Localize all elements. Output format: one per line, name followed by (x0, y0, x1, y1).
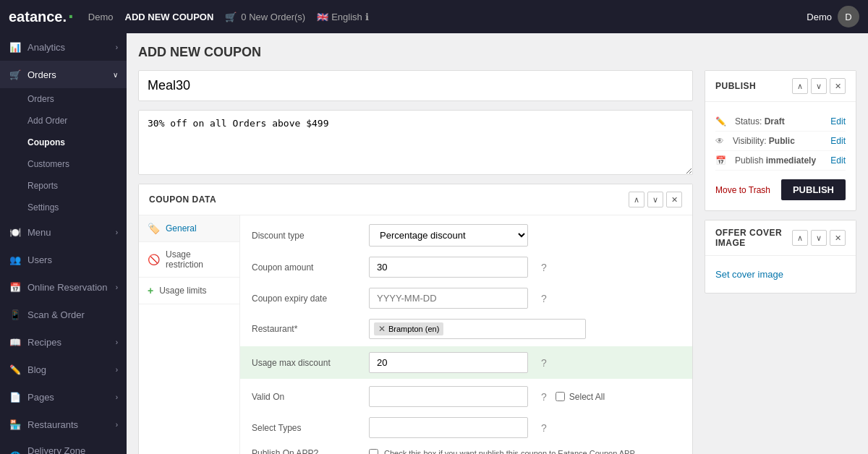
avatar[interactable]: D (838, 6, 859, 27)
sidebar-sub-settings[interactable]: Settings (0, 197, 127, 218)
topnav-user: Demo D (807, 6, 859, 27)
topnav-cart[interactable]: 🛒 0 New Order(s) (225, 12, 305, 22)
remove-tag-button[interactable]: ✕ (378, 324, 386, 334)
restaurant-tag-input[interactable]: ✕ Brampton (en) (369, 319, 586, 339)
publish-time-edit-link[interactable]: Edit (830, 155, 846, 166)
valid-on-help[interactable]: ? (541, 391, 547, 403)
sidebar-item-pages[interactable]: 📄 Pages › (0, 383, 127, 411)
topnav-add-coupon[interactable]: ADD NEW COUPON (125, 12, 214, 22)
publish-status-row: ✏️ Status: Draft Edit (715, 112, 846, 132)
sidebar-item-recipes[interactable]: 📖 Recipes › (0, 328, 127, 356)
sidebar-item-delivery-zone[interactable]: 🌐 Delivery Zone Manager > (0, 438, 127, 454)
publish-visibility-row: 👁 Visibility: Public Edit (715, 132, 846, 151)
sidebar-item-scan-order[interactable]: 📱 Scan & Order (0, 301, 127, 328)
visibility-icon: 👁 (715, 136, 724, 146)
sidebar-item-restaurants[interactable]: 🏪 Restaurants › (0, 411, 127, 438)
field-usage-max: Usage max discount ? (240, 346, 692, 379)
close-button[interactable]: ✕ (666, 192, 682, 207)
blog-icon: ✏️ (9, 363, 22, 376)
offer-cover-close[interactable]: ✕ (830, 230, 846, 246)
usage-max-input[interactable] (369, 352, 528, 373)
field-restaurant: Restaurant* ✕ Brampton (en) (252, 319, 681, 339)
scan-icon: 📱 (9, 308, 22, 321)
publish-controls: ∧ ∨ ✕ (792, 78, 846, 94)
coupon-expiry-input[interactable] (369, 288, 528, 309)
sidebar-item-menu[interactable]: 🍽️ Menu › (0, 218, 127, 246)
publish-button[interactable]: PUBLISH (781, 179, 846, 200)
coupon-amount-help[interactable]: ? (541, 262, 547, 273)
publish-actions: Move to Trash PUBLISH (715, 179, 846, 200)
select-all-wrap: Select All (556, 392, 605, 402)
calendar-icon: 📅 (715, 155, 726, 166)
field-coupon-amount: Coupon amount ? (252, 257, 681, 278)
sidebar-sub-coupons[interactable]: Coupons (0, 132, 127, 153)
usage-max-help[interactable]: ? (541, 357, 547, 369)
offer-cover-collapse-down[interactable]: ∨ (811, 230, 827, 246)
publish-card: PUBLISH ∧ ∨ ✕ ✏️ Status: Draft (705, 70, 856, 211)
status-edit-link[interactable]: Edit (830, 116, 846, 127)
topnav: eatance.· Demo ADD NEW COUPON 🛒 0 New Or… (0, 0, 868, 33)
discount-type-select[interactable]: Percentage discount Fixed cart discount … (369, 224, 528, 247)
offer-cover-header: OFFER COVER IMAGE ∧ ∨ ✕ (705, 220, 856, 256)
calendar-icon: 📅 (9, 280, 22, 294)
tab-usage-restriction[interactable]: 🚫 Usage restriction (139, 242, 239, 278)
topnav-demo[interactable]: Demo (88, 12, 114, 22)
field-publish-on-app: Publish On APP? Check this box if you wa… (252, 448, 681, 454)
status-icon: ✏️ (715, 116, 726, 127)
main-panel: 30% off on all Orders above $499 COUPON … (138, 70, 693, 454)
publish-on-app-checkbox[interactable] (369, 449, 378, 455)
collapse-down-button[interactable]: ∨ (647, 192, 663, 207)
sidebar-item-online-reservation[interactable]: 📅 Online Reservation › (0, 273, 127, 301)
topnav-lang[interactable]: 🇬🇧 English ℹ (317, 12, 369, 22)
page-title: ADD NEW COUPON (138, 45, 856, 60)
coupon-data-card: COUPON DATA ∧ ∨ ✕ 🏷️ General (138, 184, 693, 454)
field-discount-type: Discount type Percentage discount Fixed … (252, 224, 681, 247)
publish-on-app-row: Check this box if you want publish this … (369, 449, 636, 455)
collapse-up-button[interactable]: ∧ (629, 192, 644, 207)
users-icon: 👥 (9, 253, 22, 266)
topnav-links: Demo ADD NEW COUPON 🛒 0 New Order(s) 🇬🇧 … (88, 12, 807, 22)
plus-icon: + (148, 285, 153, 296)
coupon-data-header: COUPON DATA ∧ ∨ ✕ (139, 184, 692, 215)
tab-general[interactable]: 🏷️ General (139, 215, 239, 242)
set-cover-image-link[interactable]: Set cover image (715, 266, 783, 283)
select-all-checkbox[interactable] (556, 392, 565, 401)
tab-usage-limits[interactable]: + Usage limits (139, 278, 239, 304)
sidebar-sub-reports[interactable]: Reports (0, 175, 127, 197)
sidebar: 📊 Analytics › 🛒 Orders ∨ Orders Add Orde… (0, 33, 127, 454)
publish-collapse-down[interactable]: ∨ (811, 78, 827, 94)
coupon-fields: Discount type Percentage discount Fixed … (240, 215, 692, 454)
globe-icon: 🌐 (9, 450, 22, 454)
expiry-help[interactable]: ? (541, 293, 547, 304)
sidebar-sub-orders[interactable]: Orders (0, 88, 127, 110)
field-valid-on: Valid On ? Select All (252, 386, 681, 407)
sidebar-sub-add-order[interactable]: Add Order (0, 110, 127, 132)
sidebar-item-orders[interactable]: 🛒 Orders ∨ (0, 61, 127, 88)
sidebar-item-analytics[interactable]: 📊 Analytics › (0, 33, 127, 61)
sidebar-item-users[interactable]: 👥 Users (0, 246, 127, 273)
publish-collapse-up[interactable]: ∧ (792, 78, 808, 94)
coupon-description-input[interactable]: 30% off on all Orders above $499 (138, 110, 693, 175)
offer-cover-controls: ∧ ∨ ✕ (792, 230, 846, 246)
publish-body: ✏️ Status: Draft Edit 👁 Visibility: Publ… (705, 102, 856, 210)
offer-cover-collapse-up[interactable]: ∧ (792, 230, 808, 246)
publish-time-row: 📅 Publish immediately Edit (715, 151, 846, 171)
valid-on-input[interactable] (369, 386, 528, 407)
visibility-edit-link[interactable]: Edit (830, 136, 846, 146)
bar-chart-icon: 📊 (9, 40, 22, 53)
coupon-name-input[interactable] (138, 70, 693, 101)
restaurant-tag: ✕ Brampton (en) (374, 322, 443, 335)
select-types-help[interactable]: ? (541, 422, 547, 434)
publish-close[interactable]: ✕ (830, 78, 846, 94)
sidebar-sub-customers[interactable]: Customers (0, 153, 127, 175)
offer-cover-card: OFFER COVER IMAGE ∧ ∨ ✕ Set cover image (705, 220, 856, 294)
tag-icon: 🏷️ (148, 223, 160, 234)
sidebar-item-blog[interactable]: ✏️ Blog › (0, 356, 127, 383)
select-types-input[interactable] (369, 417, 528, 438)
move-to-trash-link[interactable]: Move to Trash (715, 185, 770, 195)
coupon-amount-input[interactable] (369, 257, 528, 278)
side-panel: PUBLISH ∧ ∨ ✕ ✏️ Status: Draft (705, 70, 856, 294)
restaurant-icon: 🏪 (9, 418, 22, 431)
coupon-tabs: 🏷️ General 🚫 Usage restriction + Usage l… (139, 215, 240, 454)
main-content: ADD NEW COUPON 30% off on all Orders abo… (127, 33, 868, 454)
